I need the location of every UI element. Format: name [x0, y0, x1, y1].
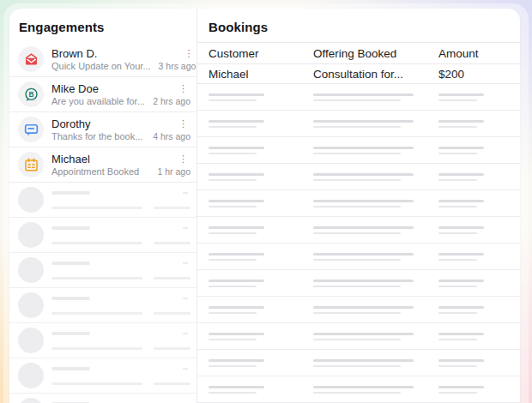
time-placeholder: [154, 242, 190, 244]
booking-amount: $200: [438, 68, 520, 81]
bookings-title: Bookings: [197, 9, 520, 43]
engagements-title: Engagements: [9, 9, 196, 42]
name-placeholder: [51, 367, 90, 370]
svg-text:B: B: [28, 89, 33, 98]
kebab-menu-icon[interactable]: ⋮: [157, 153, 190, 165]
engagements-list: Brown D. ⋮ Quick Update on Your... 3 hrs…: [9, 42, 196, 403]
kebab-placeholder: [183, 192, 188, 194]
engagement-item-dorothy[interactable]: Dorothy ⋮ Thanks for the book... 4 hrs a…: [9, 112, 196, 147]
booking-skeleton-row: [197, 164, 520, 190]
avatar: [18, 152, 44, 177]
engagement-preview: Quick Update on Your...: [51, 61, 151, 72]
booking-offering: Consultation for...: [313, 68, 438, 81]
engagements-panel: Engagements Brown D. ⋮ Quick Update on Y…: [9, 9, 197, 403]
engagement-name: Brown D.: [51, 47, 151, 60]
customer-placeholder: [209, 386, 313, 394]
offering-placeholder: [313, 359, 438, 367]
kebab-placeholder: [183, 368, 188, 370]
booking-row-michael[interactable]: Michael Consultation for... $200: [197, 64, 520, 84]
column-header-customer: Customer: [209, 47, 313, 60]
engagement-preview: Are you available for...: [51, 96, 145, 107]
offering-placeholder: [313, 226, 438, 234]
avatar-placeholder: [18, 257, 44, 283]
customer-placeholder: [209, 226, 313, 234]
offering-placeholder: [313, 280, 438, 287]
amount-placeholder: [438, 200, 520, 208]
engagement-preview: Thanks for the book...: [51, 131, 145, 142]
avatar-placeholder: [18, 187, 44, 213]
booking-skeleton-row: [197, 190, 520, 217]
name-placeholder: [51, 262, 90, 265]
amount-placeholder: [438, 386, 520, 394]
offering-placeholder: [313, 306, 438, 314]
kebab-menu-icon[interactable]: ⋮: [153, 83, 190, 94]
engagement-preview: Appointment Booked: [51, 166, 149, 177]
booking-skeleton-row: [197, 270, 520, 297]
whatsapp-b-icon: B: [22, 86, 40, 104]
engagement-item-michael[interactable]: Michael ⋮ Appointment Booked 1 hr ago: [9, 147, 196, 183]
avatar-placeholder: [18, 292, 44, 318]
customer-placeholder: [209, 93, 313, 101]
engagement-time: 1 hr ago: [157, 166, 190, 177]
engagement-name: Mike Doe: [51, 82, 145, 95]
avatar: B: [18, 81, 44, 107]
amount-placeholder: [438, 120, 520, 128]
engagement-item-mike[interactable]: B Mike Doe ⋮ Are you available for... 2 …: [9, 77, 196, 112]
customer-placeholder: [209, 306, 313, 314]
engagement-time: 2 hrs ago: [153, 96, 190, 107]
booking-skeleton-row: [197, 84, 520, 111]
booking-skeleton-row: [197, 217, 520, 244]
column-header-amount: Amount: [438, 47, 520, 60]
time-placeholder: [154, 312, 190, 315]
engagement-skeleton-row: [9, 394, 196, 403]
engagement-name: Michael: [51, 153, 149, 165]
offering-placeholder: [313, 253, 438, 261]
preview-placeholder: [51, 277, 142, 280]
booking-skeleton-row: [197, 297, 520, 323]
booking-skeleton-row: [197, 111, 520, 137]
booking-skeleton-row: [197, 376, 520, 403]
engagement-skeleton-row: [9, 253, 196, 288]
avatar-placeholder: [18, 398, 44, 403]
kebab-menu-icon[interactable]: ⋮: [159, 48, 196, 59]
avatar: [18, 46, 44, 72]
customer-placeholder: [209, 333, 313, 340]
offering-placeholder: [313, 386, 438, 394]
amount-placeholder: [438, 280, 520, 287]
offering-placeholder: [313, 120, 438, 128]
amount-placeholder: [438, 333, 520, 340]
avatar-placeholder: [18, 222, 44, 248]
preview-placeholder: [51, 207, 142, 209]
booking-customer: Michael: [209, 68, 313, 81]
name-placeholder: [51, 191, 90, 195]
time-placeholder: [154, 207, 190, 209]
kebab-placeholder: [183, 298, 188, 299]
preview-placeholder: [51, 312, 142, 315]
customer-placeholder: [209, 280, 313, 287]
engagement-item-brown[interactable]: Brown D. ⋮ Quick Update on Your... 3 hrs…: [9, 42, 196, 77]
amount-placeholder: [438, 147, 520, 154]
customer-placeholder: [209, 359, 313, 367]
avatar-placeholder: [18, 328, 44, 353]
customer-placeholder: [209, 120, 313, 128]
customer-placeholder: [209, 173, 313, 181]
name-placeholder: [51, 332, 90, 335]
booking-skeleton-row: [197, 350, 520, 376]
engagement-skeleton-row: [9, 218, 196, 253]
amount-placeholder: [438, 306, 520, 314]
offering-placeholder: [313, 173, 438, 181]
booking-skeleton-row: [197, 244, 520, 270]
offering-placeholder: [313, 200, 438, 208]
kebab-placeholder: [183, 227, 188, 229]
booking-skeleton-row: [197, 137, 520, 164]
kebab-menu-icon[interactable]: ⋮: [153, 118, 190, 129]
name-placeholder: [51, 297, 90, 300]
bookings-table-header: Customer Offering Booked Amount: [197, 43, 520, 64]
engagement-time: 3 hrs ago: [159, 61, 196, 72]
engagement-time: 4 hrs ago: [153, 131, 190, 142]
offering-placeholder: [313, 147, 438, 154]
amount-placeholder: [438, 359, 520, 367]
engagement-skeleton-row: [9, 358, 196, 394]
chat-icon: [22, 121, 40, 139]
preview-placeholder: [51, 347, 142, 350]
